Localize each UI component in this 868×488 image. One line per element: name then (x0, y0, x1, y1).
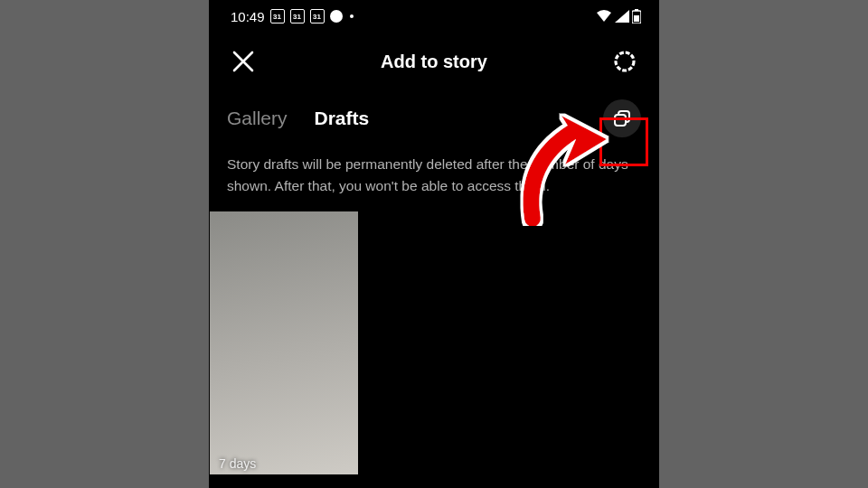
calendar-icon: 31 (270, 9, 285, 23)
status-left: 10:49 31 31 31 (231, 9, 354, 24)
draft-expiry-label: 7 days (219, 456, 256, 471)
calendar-icon: 31 (310, 9, 325, 23)
svg-rect-5 (615, 115, 626, 126)
thumbnails-row: 7 days (209, 211, 659, 474)
tab-drafts[interactable]: Drafts (315, 108, 370, 129)
calendar-icon: 31 (290, 9, 305, 23)
battery-icon (632, 9, 641, 23)
status-time: 10:49 (231, 9, 265, 24)
more-dot-icon (350, 14, 354, 18)
tabs: Gallery Drafts (209, 90, 659, 145)
close-button[interactable] (225, 43, 261, 80)
close-icon (231, 50, 255, 73)
phone-frame: 10:49 31 31 31 Add to story Gallery Draf… (209, 0, 659, 488)
page-title: Add to story (261, 52, 607, 72)
status-bar: 10:49 31 31 31 (209, 0, 659, 33)
settings-button[interactable] (607, 43, 643, 80)
gear-icon (612, 49, 637, 74)
drafts-info-text: Story drafts will be permanently deleted… (209, 145, 659, 211)
wifi-icon (596, 10, 612, 23)
svg-point-3 (616, 52, 634, 70)
app-icon (330, 10, 343, 23)
multi-select-button[interactable] (603, 99, 641, 137)
draft-thumbnail[interactable]: 7 days (210, 211, 358, 474)
status-right (596, 9, 641, 23)
multi-select-icon (612, 108, 632, 128)
svg-rect-2 (634, 15, 639, 22)
tab-gallery[interactable]: Gallery (227, 108, 288, 129)
svg-rect-1 (635, 9, 638, 11)
header: Add to story (209, 33, 659, 90)
signal-icon (615, 10, 629, 23)
